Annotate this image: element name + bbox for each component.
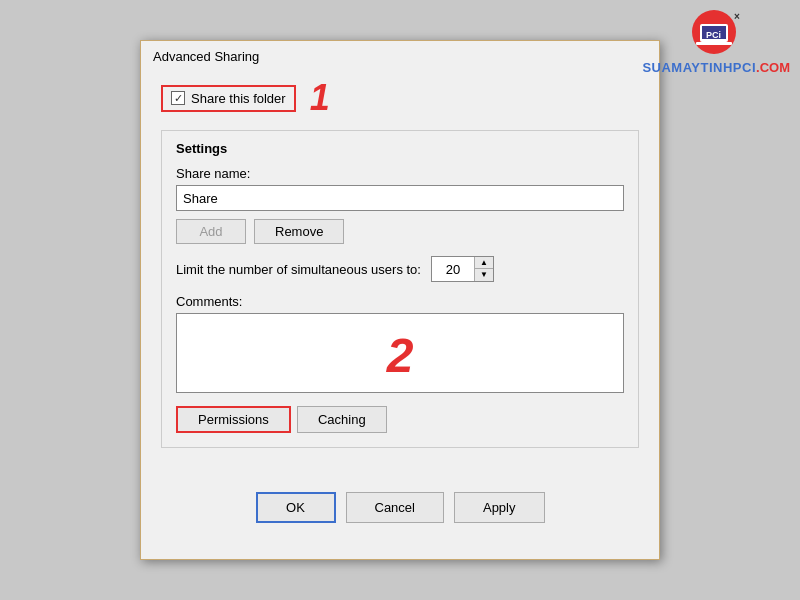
watermark: PCi × SUAMAYTINHPCI.COM xyxy=(642,10,790,75)
remove-button[interactable]: Remove xyxy=(254,219,344,244)
dialog-titlebar: Advanced Sharing xyxy=(141,41,659,70)
share-this-folder-row: ✓ Share this folder 1 xyxy=(161,80,639,116)
share-checkbox-container[interactable]: ✓ Share this folder xyxy=(161,85,296,112)
svg-text:×: × xyxy=(734,11,740,22)
limit-label: Limit the number of simultaneous users t… xyxy=(176,262,421,277)
ok-button[interactable]: OK xyxy=(256,492,336,523)
settings-legend: Settings xyxy=(176,141,624,156)
comments-textarea[interactable] xyxy=(176,313,624,393)
spinner-buttons: ▲ ▼ xyxy=(474,257,493,281)
svg-text:PCi: PCi xyxy=(706,30,721,40)
user-limit-spinner[interactable]: ▲ ▼ xyxy=(431,256,494,282)
settings-group: Settings Share name: Add Remove Limit th… xyxy=(161,130,639,448)
annotation-1: 1 xyxy=(310,80,330,116)
add-remove-row: Add Remove xyxy=(176,219,624,244)
add-button[interactable]: Add xyxy=(176,219,246,244)
svg-rect-3 xyxy=(696,42,732,45)
apply-button[interactable]: Apply xyxy=(454,492,545,523)
caching-button[interactable]: Caching xyxy=(297,406,387,433)
share-name-label: Share name: xyxy=(176,166,624,181)
limit-row: Limit the number of simultaneous users t… xyxy=(176,256,624,282)
user-limit-input[interactable] xyxy=(432,257,474,281)
comments-label: Comments: xyxy=(176,294,624,309)
share-name-input[interactable] xyxy=(176,185,624,211)
pci-logo: PCi × xyxy=(684,10,749,60)
permissions-button[interactable]: Permissions xyxy=(176,406,291,433)
share-this-folder-label: Share this folder xyxy=(191,91,286,106)
spinner-up-button[interactable]: ▲ xyxy=(475,257,493,269)
advanced-sharing-dialog: Advanced Sharing ✓ Share this folder 1 S… xyxy=(140,40,660,560)
comments-container: 2 xyxy=(176,313,624,396)
dialog-body: ✓ Share this folder 1 Settings Share nam… xyxy=(141,70,659,478)
perms-row: Permissions Caching xyxy=(176,406,624,433)
dialog-footer: OK Cancel Apply xyxy=(141,478,659,541)
cancel-button[interactable]: Cancel xyxy=(346,492,444,523)
spinner-down-button[interactable]: ▼ xyxy=(475,269,493,281)
share-this-folder-checkbox[interactable]: ✓ xyxy=(171,91,185,105)
checkbox-check-icon: ✓ xyxy=(174,92,183,105)
dialog-title: Advanced Sharing xyxy=(153,49,259,64)
